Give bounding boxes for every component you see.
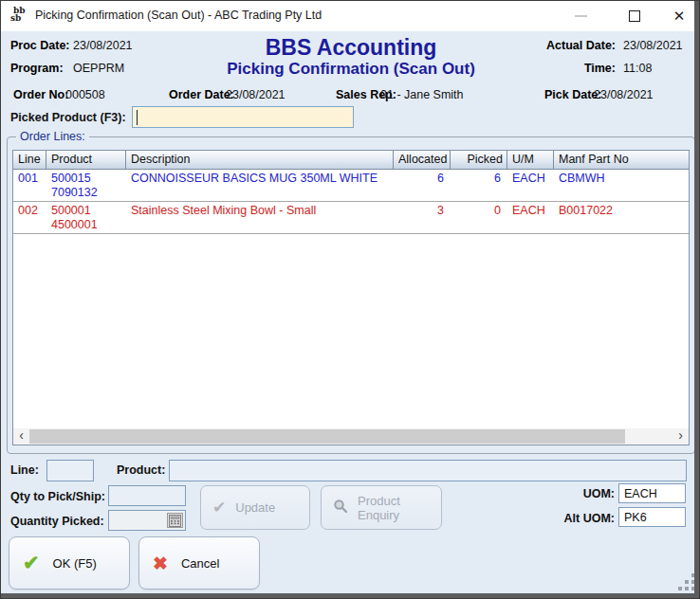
sales-rep-value: 01 - Jane Smith: [380, 88, 464, 101]
alt-uom-input[interactable]: [618, 507, 686, 527]
col-header-product[interactable]: Product: [46, 151, 126, 169]
alt-uom-label: Alt UOM:: [513, 512, 615, 525]
check-icon: ✔: [23, 552, 40, 574]
cell-allocated: 6: [394, 170, 451, 186]
cell-product: 500015 7090132: [46, 170, 126, 200]
col-header-manf-part-no[interactable]: Manf Part No: [554, 151, 689, 169]
cell-line: 002: [13, 202, 46, 218]
close-icon[interactable]: ✕: [670, 7, 689, 26]
order-date-value: 23/08/2021: [226, 88, 286, 101]
pick-date-value: 23/08/2021: [594, 88, 654, 101]
col-header-line[interactable]: Line: [13, 151, 46, 169]
qty-to-pick-label: Qty to Pick/Ship:: [10, 490, 105, 503]
product-label: Product:: [117, 463, 165, 477]
picked-product-input[interactable]: [132, 106, 354, 128]
col-header-description[interactable]: Description: [126, 151, 394, 169]
cell-um: EACH: [507, 170, 554, 186]
table-header-row: Line Product Description Allocated Picke…: [13, 151, 689, 170]
product-alt-code: 4500001: [51, 218, 98, 231]
product-code: 500015: [51, 172, 91, 185]
order-date-label: Order Date:: [169, 88, 234, 101]
actual-date-label: Actual Date:: [513, 39, 616, 52]
cell-manf-part-no: B0017022: [554, 202, 689, 218]
product-alt-code: 7090132: [51, 186, 98, 199]
magnifier-icon: [333, 499, 348, 517]
update-button: ✔ Update: [200, 485, 310, 530]
uom-label: UOM:: [513, 487, 615, 500]
cancel-button[interactable]: ✖ Cancel: [138, 536, 260, 590]
horizontal-scrollbar[interactable]: ‹ ›: [13, 428, 689, 445]
cell-manf-part-no: CBMWH: [554, 170, 689, 186]
time-label: Time:: [513, 62, 616, 75]
text-caret: [137, 110, 138, 125]
col-header-um[interactable]: U/M: [507, 151, 554, 169]
update-button-label: Update: [235, 500, 275, 515]
cell-picked: 6: [451, 170, 507, 186]
scroll-right-icon[interactable]: ›: [672, 428, 689, 445]
scroll-left-icon[interactable]: ‹: [13, 428, 29, 445]
cell-line: 001: [13, 170, 46, 186]
time-value: 11:08: [623, 62, 652, 75]
col-header-allocated[interactable]: Allocated: [394, 151, 451, 169]
order-lines-table: Line Product Description Allocated Picke…: [12, 150, 690, 445]
scrollbar-thumb[interactable]: [29, 429, 625, 444]
table-row[interactable]: 001 500015 7090132 CONNOISSEUR BASICS MU…: [13, 170, 689, 202]
quantity-picked-label: Quantity Picked:: [10, 515, 104, 528]
app-logo-icon: bb sb: [10, 7, 29, 26]
order-no-value: 000508: [65, 88, 105, 101]
product-enquiry-button-label: Product Enquiry: [358, 494, 441, 522]
minimize-icon: [575, 15, 587, 17]
table-row[interactable]: 002 500001 4500001 Stainless Steel Mixin…: [13, 202, 689, 234]
window-edge-bottom: [1, 593, 700, 598]
cross-icon: ✖: [153, 553, 168, 574]
cell-picked: 0: [451, 202, 507, 218]
actual-date-value: 23/08/2021: [623, 39, 683, 52]
ok-button-label: OK (F5): [53, 556, 97, 571]
col-header-picked[interactable]: Picked: [451, 151, 507, 169]
app-window: bb sb Picking Confirmation (Scan Out) - …: [0, 0, 700, 599]
qty-to-pick-input[interactable]: [108, 485, 186, 506]
line-input[interactable]: [46, 460, 94, 481]
cell-um: EACH: [507, 202, 554, 218]
cancel-button-label: Cancel: [181, 556, 219, 571]
quantity-picked-input[interactable]: [108, 510, 186, 531]
product-enquiry-button: Product Enquiry: [321, 485, 442, 530]
cell-description: CONNOISSEUR BASICS MUG 350ML WHITE: [126, 170, 394, 186]
window-edge-right: [694, 1, 699, 599]
calculator-icon[interactable]: [167, 513, 183, 528]
cell-description: Stainless Steel Mixing Bowl - Small: [126, 202, 394, 218]
check-icon: ✔: [212, 498, 226, 517]
window-title: Picking Confirmation (Scan Out) - ABC Tr…: [35, 9, 322, 22]
cell-allocated: 3: [394, 202, 451, 218]
picked-product-label: Picked Product (F3):: [10, 111, 126, 124]
line-label: Line:: [10, 463, 39, 477]
uom-input[interactable]: [618, 483, 686, 503]
order-lines-legend: Order Lines:: [16, 130, 89, 143]
cell-product: 500001 4500001: [46, 202, 126, 232]
maximize-icon[interactable]: [629, 10, 640, 22]
title-bar: bb sb Picking Confirmation (Scan Out) - …: [1, 1, 696, 31]
order-no-label: Order No:: [13, 88, 68, 101]
product-input[interactable]: [169, 460, 687, 481]
product-code: 500001: [51, 204, 91, 217]
ok-button[interactable]: ✔ OK (F5): [9, 536, 130, 590]
